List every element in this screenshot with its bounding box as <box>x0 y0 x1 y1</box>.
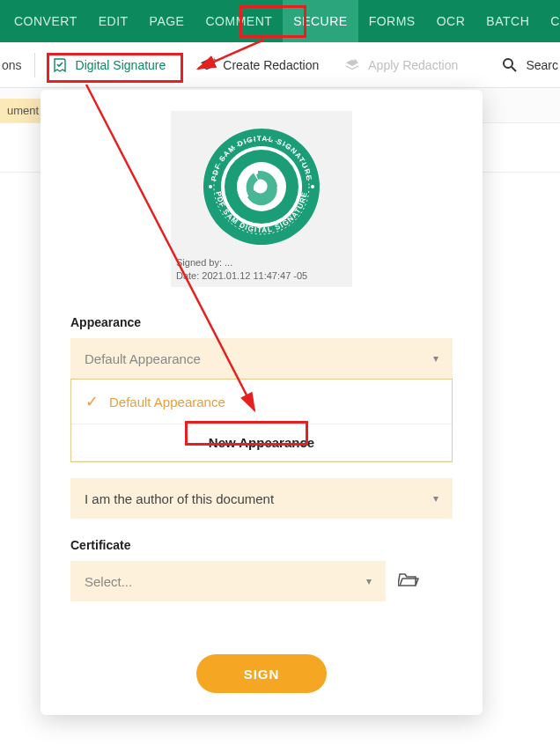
create-redaction-button[interactable]: + Create Redaction <box>186 42 331 88</box>
appearance-options: ✓ Default Appearance New Appearance <box>70 379 453 462</box>
appearance-dropdown[interactable]: Default Appearance ▾ <box>70 338 453 379</box>
toolbar-trunc-left[interactable]: ons <box>0 42 31 88</box>
search-label: Searc <box>526 58 558 72</box>
signature-preview: PDF SAM DIGITAL SIGNATURE PDF SAM DIGITA… <box>171 111 352 287</box>
appearance-option-new[interactable]: New Appearance <box>71 424 452 461</box>
certificate-dropdown[interactable]: Select... ▾ <box>70 561 386 601</box>
signed-by-text: Signed by: ... <box>176 256 307 269</box>
svg-point-12 <box>209 185 212 188</box>
toolbar: ons Digital Signature + Create Redaction… <box>0 42 560 88</box>
separator <box>181 53 182 77</box>
appearance-value: Default Appearance <box>85 351 201 366</box>
digital-signature-label: Digital Signature <box>76 58 166 72</box>
chevron-down-icon: ▾ <box>366 575 372 587</box>
svg-point-13 <box>311 185 314 188</box>
appearance-option-new-label: New Appearance <box>209 435 314 450</box>
menu-convert[interactable]: CONVERT <box>4 0 88 42</box>
menu-connect[interactable]: CONNECT <box>540 0 560 42</box>
appearance-option-default[interactable]: ✓ Default Appearance <box>71 380 452 424</box>
menu-edit[interactable]: EDIT <box>88 0 139 42</box>
apply-redaction-button[interactable]: Apply Redaction <box>331 42 470 88</box>
menu-forms[interactable]: FORMS <box>358 0 426 42</box>
menu-secure[interactable]: SECURE <box>283 0 357 42</box>
svg-point-8 <box>256 181 267 192</box>
signature-panel: PDF SAM DIGITAL SIGNATURE PDF SAM DIGITA… <box>41 90 483 715</box>
check-icon: ✓ <box>85 392 99 411</box>
sign-button[interactable]: SIGN <box>196 654 327 693</box>
menu-ocr[interactable]: OCR <box>426 0 476 42</box>
reason-dropdown[interactable]: I am the author of this document ▾ <box>70 478 453 519</box>
signed-date-text: Date: 2021.01.12 11:47:47 -05 <box>176 269 307 282</box>
separator <box>34 53 35 77</box>
svg-text:+: + <box>212 55 217 64</box>
main-menu-bar: CONVERT EDIT PAGE COMMENT SECURE FORMS O… <box>0 0 560 42</box>
menu-page[interactable]: PAGE <box>139 0 195 42</box>
svg-point-1 <box>504 59 512 68</box>
appearance-option-label: Default Appearance <box>109 394 225 409</box>
certificate-label: Certificate <box>70 538 453 552</box>
create-redaction-label: Create Redaction <box>223 58 319 72</box>
chevron-down-icon: ▾ <box>433 352 438 365</box>
appearance-label: Appearance <box>70 315 453 329</box>
digital-signature-button[interactable]: Digital Signature <box>39 42 179 88</box>
certificate-placeholder: Select... <box>85 574 132 589</box>
chevron-down-icon: ▾ <box>433 492 438 505</box>
menu-batch[interactable]: BATCH <box>475 0 540 42</box>
search-icon <box>501 56 519 74</box>
apply-redaction-label: Apply Redaction <box>368 58 458 72</box>
signature-preview-meta: Signed by: ... Date: 2021.01.12 11:47:47… <box>176 256 307 282</box>
redaction-add-icon: + <box>198 56 216 74</box>
signature-icon <box>51 56 69 74</box>
menu-comment[interactable]: COMMENT <box>195 0 283 42</box>
folder-open-icon[interactable] <box>398 571 419 592</box>
signature-seal-icon: PDF SAM DIGITAL SIGNATURE PDF SAM DIGITA… <box>200 125 323 252</box>
reason-value: I am the author of this document <box>85 491 274 506</box>
redaction-apply-icon <box>343 56 361 74</box>
search-button[interactable]: Searc <box>489 42 560 88</box>
